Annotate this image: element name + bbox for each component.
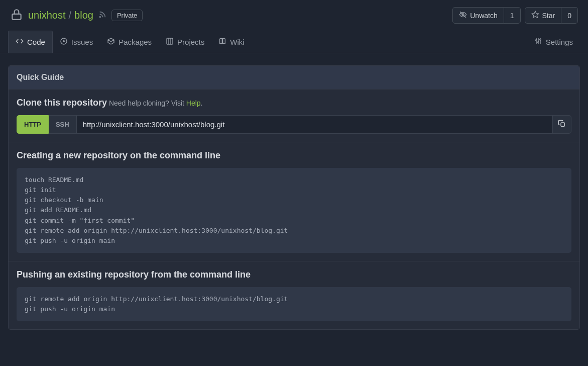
- svg-point-14: [537, 41, 539, 43]
- title-sep: /: [69, 10, 72, 21]
- push-repo-title: Pushing an existing repository from the …: [17, 269, 571, 280]
- clone-sub-suffix: .: [201, 99, 203, 107]
- tab-wiki[interactable]: Wiki: [211, 31, 251, 53]
- settings-icon: [534, 37, 542, 47]
- clone-url-input[interactable]: [76, 115, 553, 134]
- unwatch-label: Unwatch: [470, 12, 497, 20]
- repo-title: unixhost / blog: [28, 10, 93, 21]
- tab-projects-label: Projects: [177, 38, 204, 46]
- svg-point-15: [539, 39, 541, 40]
- tab-issues-label: Issues: [71, 38, 93, 46]
- tab-settings-label: Settings: [546, 38, 573, 46]
- issues-icon: [60, 37, 68, 47]
- owner-link[interactable]: unixhost: [28, 10, 66, 21]
- watch-button-group: Unwatch 1: [452, 7, 520, 24]
- help-link[interactable]: Help: [186, 99, 201, 107]
- packages-icon: [107, 37, 115, 47]
- push-repo-code: git remote add origin http://unixclient.…: [17, 287, 571, 321]
- watch-count[interactable]: 1: [504, 7, 521, 24]
- svg-point-6: [63, 40, 65, 42]
- clone-sub-prefix: Need help cloning? Visit: [109, 99, 186, 107]
- code-icon: [16, 37, 24, 47]
- copy-icon: [558, 120, 566, 129]
- tab-packages-label: Packages: [119, 38, 152, 46]
- create-repo-code: touch README.md git init git checkout -b…: [17, 168, 571, 253]
- quick-guide-header: Quick Guide: [9, 66, 579, 89]
- tab-code[interactable]: Code: [8, 31, 53, 53]
- star-count[interactable]: 0: [561, 7, 578, 24]
- clone-subtitle: Need help cloning? Visit Help.: [109, 99, 203, 107]
- clone-title: Clone this repository: [17, 98, 107, 108]
- create-repo-title: Creating a new repository on the command…: [17, 150, 571, 161]
- eye-off-icon: [459, 11, 467, 20]
- star-button[interactable]: Star: [525, 7, 562, 24]
- star-label: Star: [542, 12, 555, 20]
- privacy-badge: Private: [111, 10, 143, 21]
- rss-icon[interactable]: [98, 11, 106, 20]
- repo-link[interactable]: blog: [74, 10, 93, 21]
- http-button[interactable]: HTTP: [17, 115, 49, 134]
- svg-rect-7: [167, 38, 173, 44]
- wiki-icon: [218, 37, 226, 47]
- tab-settings[interactable]: Settings: [527, 31, 580, 53]
- tab-code-label: Code: [27, 38, 45, 46]
- svg-point-1: [99, 17, 100, 18]
- tab-projects[interactable]: Projects: [159, 31, 211, 53]
- unwatch-button[interactable]: Unwatch: [452, 7, 504, 24]
- svg-rect-0: [12, 14, 21, 20]
- svg-point-13: [535, 39, 537, 41]
- star-button-group: Star 0: [525, 7, 578, 24]
- star-icon: [531, 11, 539, 20]
- tab-wiki-label: Wiki: [230, 38, 244, 46]
- projects-icon: [166, 37, 174, 47]
- tab-packages[interactable]: Packages: [100, 31, 159, 53]
- svg-rect-16: [561, 123, 564, 126]
- copy-url-button[interactable]: [553, 115, 571, 134]
- tab-issues[interactable]: Issues: [53, 31, 100, 53]
- lock-icon: [10, 8, 23, 23]
- ssh-button[interactable]: SSH: [49, 115, 76, 134]
- svg-marker-4: [532, 11, 538, 18]
